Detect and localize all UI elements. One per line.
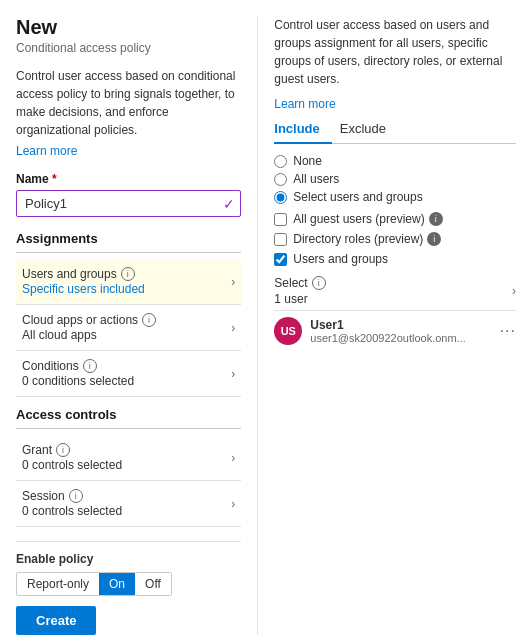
assignment-cloud-sub: All cloud apps bbox=[22, 328, 156, 342]
assignment-users-label: Users and groups bbox=[22, 267, 117, 281]
name-input[interactable] bbox=[16, 190, 241, 217]
checkbox-dir-row: Directory roles (preview) i bbox=[274, 232, 516, 246]
assignment-item-session[interactable]: Session i 0 controls selected › bbox=[16, 481, 241, 527]
grant-sub: 0 controls selected bbox=[22, 458, 122, 472]
user-more-icon[interactable]: ··· bbox=[500, 322, 516, 340]
assignment-item-grant-left: Grant i 0 controls selected bbox=[22, 443, 122, 472]
radio-all-users[interactable] bbox=[274, 173, 287, 186]
user-name: User1 bbox=[310, 318, 491, 332]
users-info-icon[interactable]: i bbox=[121, 267, 135, 281]
checkbox-users-row: Users and groups bbox=[274, 252, 516, 266]
checkmark-icon: ✓ bbox=[223, 196, 235, 212]
session-sub: 0 controls selected bbox=[22, 504, 122, 518]
select-row[interactable]: Select i 1 user › bbox=[274, 272, 516, 311]
session-chevron-icon: › bbox=[231, 497, 235, 511]
dir-info-icon[interactable]: i bbox=[427, 232, 441, 246]
enable-policy-label: Enable policy bbox=[16, 552, 241, 566]
grant-label: Grant bbox=[22, 443, 52, 457]
checkbox-directory[interactable] bbox=[274, 233, 287, 246]
assignment-item-grant[interactable]: Grant i 0 controls selected › bbox=[16, 435, 241, 481]
select-count: 1 user bbox=[274, 292, 325, 306]
radio-none-row: None bbox=[274, 154, 516, 168]
user-row: US User1 user1@sk200922outlook.onm... ··… bbox=[274, 317, 516, 345]
name-input-wrap: ✓ bbox=[16, 190, 241, 217]
radio-none[interactable] bbox=[274, 155, 287, 168]
checkbox-users-label: Users and groups bbox=[293, 252, 388, 266]
page-title: New bbox=[16, 16, 241, 39]
user-avatar: US bbox=[274, 317, 302, 345]
assignment-item-cloud-left: Cloud apps or actions i All cloud apps bbox=[22, 313, 156, 342]
right-description: Control user access based on users and g… bbox=[274, 16, 516, 88]
assignment-users-sub: Specific users included bbox=[22, 282, 145, 296]
name-label: Name * bbox=[16, 172, 241, 186]
radio-select-label: Select users and groups bbox=[293, 190, 422, 204]
assignment-item-session-left: Session i 0 controls selected bbox=[22, 489, 122, 518]
select-section: Select i 1 user bbox=[274, 276, 325, 306]
tab-exclude[interactable]: Exclude bbox=[340, 117, 398, 144]
assignment-cloud-label: Cloud apps or actions bbox=[22, 313, 138, 327]
checkbox-guest-row: All guest users (preview) i bbox=[274, 212, 516, 226]
divider bbox=[16, 252, 241, 253]
radio-all-label: All users bbox=[293, 172, 339, 186]
assignment-item-conditions-left: Conditions i 0 conditions selected bbox=[22, 359, 134, 388]
checkbox-dir-label: Directory roles (preview) i bbox=[293, 232, 441, 246]
grant-info-icon[interactable]: i bbox=[56, 443, 70, 457]
session-info-icon[interactable]: i bbox=[69, 489, 83, 503]
assignments-title: Assignments bbox=[16, 231, 241, 246]
user-info: User1 user1@sk200922outlook.onm... bbox=[310, 318, 491, 344]
session-label: Session bbox=[22, 489, 65, 503]
checkbox-guest-label: All guest users (preview) i bbox=[293, 212, 442, 226]
divider2 bbox=[16, 428, 241, 429]
assignment-conditions-label: Conditions bbox=[22, 359, 79, 373]
user-email: user1@sk200922outlook.onm... bbox=[310, 332, 491, 344]
assignment-item-users-left: Users and groups i Specific users includ… bbox=[22, 267, 145, 296]
radio-select-row: Select users and groups bbox=[274, 190, 516, 204]
radio-group: None All users Select users and groups bbox=[274, 154, 516, 204]
page-subtitle: Conditional access policy bbox=[16, 41, 241, 55]
left-panel: New Conditional access policy Control us… bbox=[16, 16, 258, 635]
assignment-item-users[interactable]: Users and groups i Specific users includ… bbox=[16, 259, 241, 305]
radio-none-label: None bbox=[293, 154, 322, 168]
radio-select-users[interactable] bbox=[274, 191, 287, 204]
assignment-item-conditions[interactable]: Conditions i 0 conditions selected › bbox=[16, 351, 241, 397]
access-controls-title: Access controls bbox=[16, 407, 241, 422]
right-learn-more[interactable]: Learn more bbox=[274, 97, 335, 111]
users-chevron-icon: › bbox=[231, 275, 235, 289]
toggle-on[interactable]: On bbox=[99, 573, 135, 595]
conditions-info-icon[interactable]: i bbox=[83, 359, 97, 373]
enable-policy-section: Enable policy Report-only On Off Create bbox=[16, 541, 241, 635]
toggle-group: Report-only On Off bbox=[16, 572, 172, 596]
toggle-off[interactable]: Off bbox=[135, 573, 171, 595]
tab-row: Include Exclude bbox=[274, 117, 516, 144]
cloud-info-icon[interactable]: i bbox=[142, 313, 156, 327]
assignment-item-cloud[interactable]: Cloud apps or actions i All cloud apps › bbox=[16, 305, 241, 351]
right-panel: Control user access based on users and g… bbox=[258, 16, 516, 635]
guest-info-icon[interactable]: i bbox=[429, 212, 443, 226]
create-button[interactable]: Create bbox=[16, 606, 96, 635]
radio-all-row: All users bbox=[274, 172, 516, 186]
grant-chevron-icon: › bbox=[231, 451, 235, 465]
checkbox-users-groups[interactable] bbox=[274, 253, 287, 266]
select-chevron-icon: › bbox=[512, 284, 516, 298]
checkbox-guest[interactable] bbox=[274, 213, 287, 226]
tab-include[interactable]: Include bbox=[274, 117, 332, 144]
toggle-report-only[interactable]: Report-only bbox=[17, 573, 99, 595]
cloud-chevron-icon: › bbox=[231, 321, 235, 335]
select-label-text: Select bbox=[274, 276, 307, 290]
assignment-conditions-sub: 0 conditions selected bbox=[22, 374, 134, 388]
required-star: * bbox=[52, 172, 57, 186]
select-info-icon[interactable]: i bbox=[312, 276, 326, 290]
left-description: Control user access based on conditional… bbox=[16, 67, 241, 139]
conditions-chevron-icon: › bbox=[231, 367, 235, 381]
left-learn-more[interactable]: Learn more bbox=[16, 144, 77, 158]
checkbox-section: All guest users (preview) i Directory ro… bbox=[274, 212, 516, 266]
